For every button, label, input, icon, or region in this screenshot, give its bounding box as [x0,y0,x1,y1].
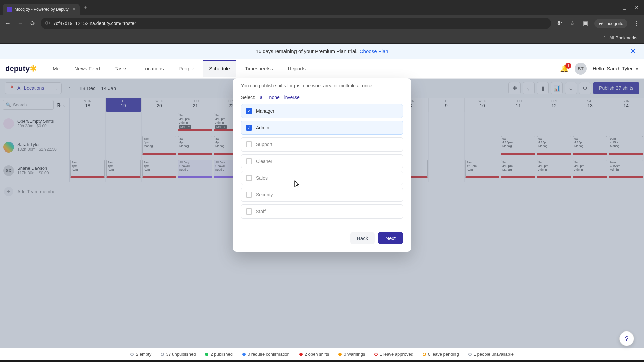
new-tab-button[interactable]: + [81,3,90,12]
nav-item-me[interactable]: Me [47,60,66,77]
favicon [7,7,12,12]
checkbox[interactable] [246,175,252,181]
work-area-support[interactable]: Support [241,137,403,152]
work-area-label: Sales [256,175,268,181]
work-area-admin[interactable]: ✓Admin [241,121,403,135]
work-area-label: Admin [256,125,269,130]
checkbox[interactable]: ✓ [246,125,252,131]
chevron-down-icon: ▾ [271,67,273,71]
url-text: 7cf47d19112152.na.deputy.com/#roster [53,21,136,26]
sidepanel-icon[interactable]: ▣ [581,18,590,28]
logo-text: deputy [5,64,30,73]
notifications-bell[interactable]: 🔔 1 [560,65,569,73]
bookmark-star-icon[interactable]: ☆ [569,18,577,28]
tab-title: Moodjoy - Powered by Deputy [15,7,69,12]
bell-badge: 1 [565,63,571,69]
chevron-down-icon: ▼ [635,67,639,71]
back-icon[interactable]: ← [3,19,12,28]
trial-banner: 16 days remaining of your Premium Plan t… [0,44,644,59]
forward-icon: → [16,19,25,28]
logo[interactable]: deputy✱ [5,64,37,73]
checkbox[interactable] [246,141,252,147]
work-area-sales[interactable]: Sales [241,171,403,185]
incognito-icon: 🕶 [598,21,603,26]
bookmarks-bar: 🗀 All Bookmarks [0,32,644,44]
select-inverse-link[interactable]: inverse [284,95,300,100]
greeting-text: Hello, Sarah Tyler [593,66,633,71]
browser-tab-bar: Moodjoy - Powered by Deputy ✕ + — ▢ ✕ [0,0,644,15]
select-none-link[interactable]: none [269,95,280,100]
incognito-label: Incognito [605,21,623,26]
close-window-icon[interactable]: ✕ [635,5,639,10]
banner-close-icon[interactable]: ✕ [630,47,636,56]
nav-item-timesheets[interactable]: Timesheets ▾ [239,60,279,77]
checkbox[interactable] [246,192,252,198]
all-bookmarks-button[interactable]: 🗀 All Bookmarks [603,35,637,40]
nav-item-people[interactable]: People [172,60,200,77]
work-area-label: Security [256,192,273,197]
minimize-icon[interactable]: — [609,5,614,10]
address-bar-row: ← → ⟳ ⓘ 7cf47d19112152.na.deputy.com/#ro… [0,15,644,32]
work-area-label: Cleaner [256,159,272,164]
menu-icon[interactable]: ⋮ [632,18,641,28]
main-nav: deputy✱ MeNews FeedTasksLocationsPeopleS… [0,59,644,79]
work-area-cleaner[interactable]: Cleaner [241,154,403,168]
banner-text: 16 days remaining of your Premium Plan t… [256,48,357,54]
work-area-label: Manager [256,108,274,114]
modal-subtitle: You can publish shifts for just one work… [241,78,403,95]
checkbox[interactable]: ✓ [246,108,252,114]
modal-overlay: You can publish shifts for just one work… [0,79,644,201]
site-info-icon[interactable]: ⓘ [45,20,50,26]
nav-item-schedule[interactable]: Schedule [203,60,236,77]
avatar[interactable]: ST [575,63,587,75]
checkbox[interactable] [246,158,252,164]
browser-tab[interactable]: Moodjoy - Powered by Deputy ✕ [3,4,80,15]
incognito-eye-icon[interactable]: 👁 [555,19,564,28]
select-all-link[interactable]: all [260,95,265,100]
bookmarks-label: All Bookmarks [609,35,637,40]
publish-modal: You can publish shifts for just one work… [233,78,411,201]
nav-item-locations[interactable]: Locations [136,60,170,77]
select-row: Select: all none inverse [241,95,403,100]
window-controls: — ▢ ✕ [609,5,641,10]
greeting[interactable]: Hello, Sarah Tyler ▼ [593,66,639,71]
work-area-security[interactable]: Security [241,188,403,201]
incognito-badge[interactable]: 🕶 Incognito [594,19,627,28]
address-bar[interactable]: ⓘ 7cf47d19112152.na.deputy.com/#roster [41,18,551,29]
choose-plan-link[interactable]: Choose Plan [360,48,388,54]
logo-asterisk-icon: ✱ [30,64,37,73]
nav-item-reports[interactable]: Reports [282,60,312,77]
work-area-manager[interactable]: ✓Manager [241,104,403,118]
select-label: Select: [241,95,255,100]
nav-item-tasks[interactable]: Tasks [109,60,133,77]
close-tab-icon[interactable]: ✕ [72,7,76,12]
maximize-icon[interactable]: ▢ [622,5,627,10]
folder-icon: 🗀 [603,35,607,40]
work-area-label: Support [256,142,272,147]
reload-icon[interactable]: ⟳ [29,18,37,28]
nav-item-news-feed[interactable]: News Feed [68,60,106,77]
